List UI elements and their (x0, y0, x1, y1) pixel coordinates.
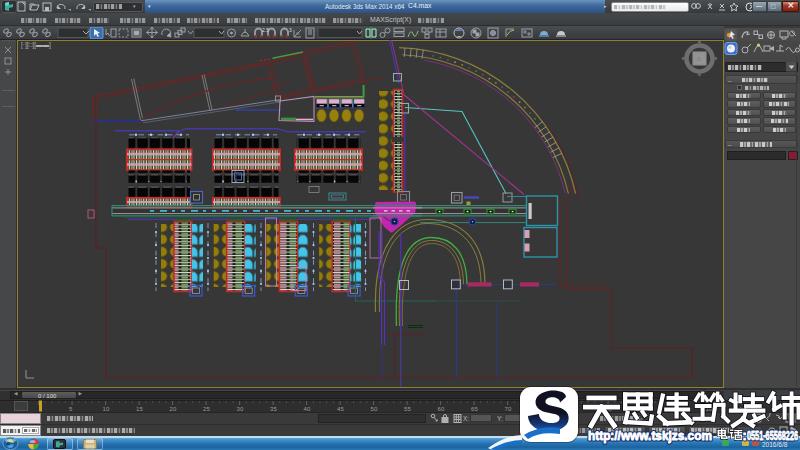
svg-text:70: 70 (505, 405, 512, 411)
svg-text:http://www.tskjzs.com: http://www.tskjzs.com (588, 429, 712, 443)
svg-text:10: 10 (103, 405, 110, 411)
svg-text:65: 65 (471, 405, 478, 411)
svg-text:35: 35 (270, 405, 277, 411)
svg-text:55: 55 (404, 405, 411, 411)
svg-text:⌂: ⌂ (697, 55, 701, 62)
svg-text:20: 20 (170, 405, 177, 411)
svg-text:40: 40 (304, 405, 311, 411)
svg-text:%: % (296, 31, 300, 36)
svg-text:[·][□][▬▬]: [·][□][▬▬] (21, 41, 51, 49)
svg-text:2.5: 2.5 (262, 27, 269, 33)
svg-text:30: 30 (237, 405, 244, 411)
svg-text:25: 25 (203, 405, 210, 411)
svg-text:50: 50 (371, 405, 378, 411)
svg-text:15: 15 (136, 405, 143, 411)
svg-text:60: 60 (438, 405, 445, 411)
svg-text:5: 5 (69, 405, 73, 411)
svg-text:3: 3 (289, 27, 292, 33)
svg-text:45: 45 (337, 405, 344, 411)
